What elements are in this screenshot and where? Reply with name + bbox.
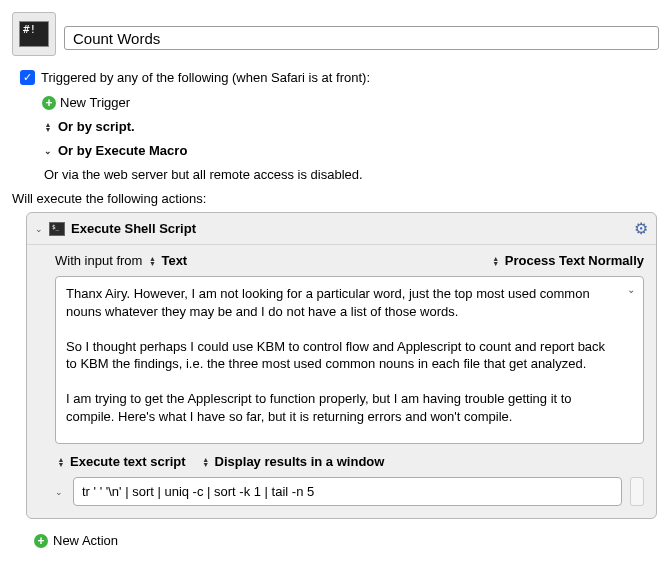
input-text-area[interactable]: ⌄Thanx Airy. However, I am not looking f… <box>55 276 644 444</box>
terminal-icon: $_ <box>49 222 65 236</box>
updown-icon: ▲▼ <box>200 457 212 467</box>
macro-icon-button[interactable]: #! <box>12 12 56 56</box>
chevron-down-icon[interactable]: ⌄ <box>55 487 65 497</box>
chevron-down-icon: ⌄ <box>42 146 54 156</box>
will-execute-label: Will execute the following actions: <box>12 191 659 206</box>
updown-icon: ▲▼ <box>55 457 67 467</box>
new-action-label: New Action <box>53 533 118 548</box>
or-by-execute-macro-label: Or by Execute Macro <box>58 143 187 158</box>
new-trigger-label: New Trigger <box>60 95 130 110</box>
display-option-value: Display results in a window <box>215 454 385 469</box>
header-row: #! <box>12 12 659 56</box>
new-action-button[interactable]: + New Action <box>34 533 659 548</box>
input-mode-selector[interactable]: ▲▼ Text <box>146 253 187 268</box>
chevron-down-icon[interactable]: ⌄ <box>35 224 47 234</box>
macro-icon-text: #! <box>23 24 36 35</box>
process-mode-selector[interactable]: ▲▼ Process Text Normally <box>490 253 644 268</box>
new-trigger-button[interactable]: + New Trigger <box>42 95 659 110</box>
input-mode-value: Text <box>161 253 187 268</box>
display-option-selector[interactable]: ▲▼ Display results in a window <box>200 454 385 469</box>
with-input-from-label: With input from <box>55 253 142 268</box>
chevron-down-icon[interactable]: ⌄ <box>627 283 635 297</box>
or-by-execute-macro-button[interactable]: ⌄ Or by Execute Macro <box>42 143 659 158</box>
action-block: ⌄ $_ Execute Shell Script ⚙ With input f… <box>26 212 657 519</box>
updown-icon: ▲▼ <box>42 122 54 132</box>
updown-icon: ▲▼ <box>146 256 158 266</box>
action-title: Execute Shell Script <box>71 221 634 236</box>
trigger-checkbox-row[interactable]: ✓ Triggered by any of the following (whe… <box>20 70 659 85</box>
execute-option-selector[interactable]: ▲▼ Execute text script <box>55 454 186 469</box>
plus-icon: + <box>42 96 56 110</box>
terminal-icon: #! <box>19 21 49 47</box>
or-via-web-label: Or via the web server but all remote acc… <box>44 167 363 182</box>
macro-title-input[interactable] <box>64 26 659 50</box>
execute-option-value: Execute text script <box>70 454 186 469</box>
or-via-web-text: Or via the web server but all remote acc… <box>44 167 659 182</box>
plus-icon: + <box>34 534 48 548</box>
or-by-script-button[interactable]: ▲▼ Or by script. <box>42 119 659 134</box>
action-header[interactable]: ⌄ $_ Execute Shell Script ⚙ <box>27 213 656 245</box>
trigger-checkbox-label: Triggered by any of the following (when … <box>41 70 370 85</box>
input-text-content: Thanx Airy. However, I am not looking fo… <box>66 286 609 424</box>
process-mode-value: Process Text Normally <box>505 253 644 268</box>
updown-icon: ▲▼ <box>490 256 502 266</box>
gear-icon[interactable]: ⚙ <box>634 219 648 238</box>
or-by-script-label: Or by script. <box>58 119 135 134</box>
checked-checkbox-icon[interactable]: ✓ <box>20 70 35 85</box>
script-side-handle[interactable] <box>630 477 644 506</box>
script-text-input[interactable] <box>73 477 622 506</box>
